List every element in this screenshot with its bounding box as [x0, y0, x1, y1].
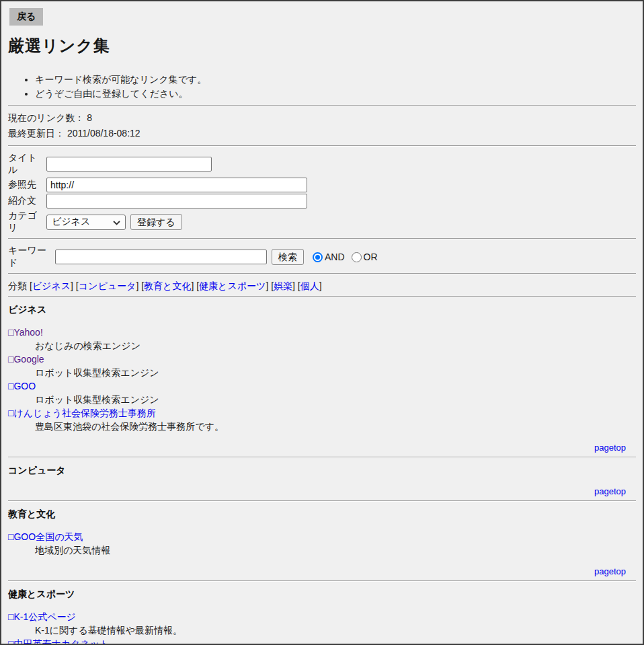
site-link[interactable]: □GOO — [8, 381, 36, 391]
pagetop-link[interactable]: pagetop — [594, 443, 626, 453]
last-updated-label: 最終更新日： — [8, 128, 65, 139]
site-link[interactable]: □けんじょう社会保険労務士事務所 — [8, 408, 156, 418]
page: 戻る 厳選リンク集 キーワード検索が可能なリンク集です。 どうぞご自由に登録して… — [0, 0, 644, 645]
site-link[interactable]: □中田英寿ナカタネット — [8, 638, 109, 645]
title-row: タイトル — [8, 152, 636, 176]
site-link[interactable]: □GOO全国の天気 — [8, 531, 83, 542]
category-select[interactable]: ビジネス — [46, 215, 126, 230]
section-title: 健康とスポーツ — [8, 589, 636, 601]
url-label: 参照先 — [8, 179, 46, 191]
divider — [8, 457, 636, 458]
link-entry: □GOO — [8, 379, 636, 393]
stats: 現在のリンク数： 8 最終更新日： 2011/08/18-08:12 — [8, 110, 636, 141]
link-count-value: 8 — [87, 112, 92, 123]
category-label: カテゴリ — [8, 210, 46, 234]
category-nav-label: 分類 — [8, 280, 27, 291]
category-nav-link[interactable]: 教育と文化 — [144, 280, 191, 291]
keyword-search: キーワード 検索 AND OR — [8, 245, 636, 269]
site-link[interactable]: □Google — [8, 354, 44, 365]
intro-bullet: どうぞご自由に登録してください。 — [35, 87, 636, 101]
sections: ビジネス□Yahoo!おなじみの検索エンジン□Googleロボット収集型検索エン… — [8, 304, 636, 645]
category-section: 教育と文化□GOO全国の天気地域別の天気情報pagetop — [8, 508, 636, 582]
url-row: 参照先 — [8, 178, 636, 192]
site-description: ロボット収集型検索エンジン — [35, 366, 636, 379]
section-title: 教育と文化 — [8, 508, 636, 521]
title-label: タイトル — [8, 152, 46, 176]
link-entry: □GOO全国の天気 — [8, 530, 636, 543]
category-row: カテゴリ ビジネス 登録する — [8, 210, 636, 234]
category-section: コンピュータpagetop — [8, 465, 636, 502]
description-label: 紹介文 — [8, 195, 46, 207]
description-input[interactable] — [46, 194, 307, 208]
divider — [8, 296, 636, 297]
divider — [8, 105, 636, 106]
link-entry: □中田英寿ナカタネット — [8, 637, 636, 645]
link-list: □Yahoo!おなじみの検索エンジン□Googleロボット収集型検索エンジン□G… — [8, 326, 636, 433]
pagetop-row: pagetop — [8, 566, 626, 576]
category-nav-link[interactable]: 娯楽 — [274, 280, 292, 291]
category-nav: 分類 [ビジネス] [コンピュータ] [教育と文化] [健康とスポーツ] [娯楽… — [8, 280, 636, 292]
link-entry: □Google — [8, 352, 636, 366]
site-description: おなじみの検索エンジン — [35, 339, 636, 352]
category-nav-link[interactable]: 健康とスポーツ — [199, 280, 266, 291]
category-nav-links: [ビジネス] [コンピュータ] [教育と文化] [健康とスポーツ] [娯楽] [… — [27, 280, 322, 291]
link-count-label: 現在のリンク数： — [8, 112, 84, 123]
site-link[interactable]: □Yahoo! — [8, 327, 43, 338]
site-description: ロボット収集型検索エンジン — [35, 393, 636, 406]
site-description: 豊島区東池袋の社会保険労務士事務所です。 — [35, 420, 636, 433]
link-list: □K-1公式ページK-1に関する基礎情報や最新情報。□中田英寿ナカタネットサッカ… — [8, 610, 636, 645]
search-button[interactable]: 検索 — [272, 249, 304, 265]
link-entry: □K-1公式ページ — [8, 610, 636, 623]
and-radio-label: AND — [325, 252, 345, 262]
chevron-down-icon — [113, 217, 120, 227]
search-mode-group: AND OR — [313, 252, 385, 262]
register-button[interactable]: 登録する — [130, 214, 182, 230]
or-radio[interactable] — [352, 252, 362, 262]
divider — [8, 500, 636, 502]
link-entry: □けんじょう社会保険労務士事務所 — [8, 406, 636, 420]
category-nav-link[interactable]: コンピュータ — [79, 280, 136, 291]
keyword-input[interactable] — [55, 250, 267, 264]
pagetop-row: pagetop — [8, 443, 626, 453]
divider — [8, 145, 636, 147]
keyword-label: キーワード — [8, 245, 55, 269]
pagetop-link[interactable]: pagetop — [594, 486, 626, 496]
description-row: 紹介文 — [8, 194, 636, 208]
last-updated-value: 2011/08/18-08:12 — [67, 128, 140, 139]
divider — [8, 580, 636, 582]
register-form: タイトル 参照先 紹介文 カテゴリ ビジネス 登録する — [8, 152, 636, 234]
divider — [8, 238, 636, 239]
section-title: コンピュータ — [8, 465, 636, 477]
url-input[interactable] — [46, 178, 307, 192]
intro-bullet: キーワード検索が可能なリンク集です。 — [35, 73, 636, 87]
category-nav-link[interactable]: 個人 — [300, 280, 319, 291]
intro-list: キーワード検索が可能なリンク集です。 どうぞご自由に登録してください。 — [8, 73, 636, 101]
or-radio-label: OR — [364, 252, 378, 262]
pagetop-row: pagetop — [8, 486, 626, 496]
divider — [8, 273, 636, 274]
back-button[interactable]: 戻る — [9, 8, 43, 26]
category-section: ビジネス□Yahoo!おなじみの検索エンジン□Googleロボット収集型検索エン… — [8, 304, 636, 458]
section-title: ビジネス — [8, 304, 636, 316]
and-radio[interactable] — [313, 252, 323, 262]
link-count-line: 現在のリンク数： 8 — [8, 110, 636, 126]
link-entry: □Yahoo! — [8, 326, 636, 339]
category-select-value: ビジネス — [52, 216, 90, 228]
category-section: 健康とスポーツ□K-1公式ページK-1に関する基礎情報や最新情報。□中田英寿ナカ… — [8, 589, 636, 645]
last-updated-line: 最終更新日： 2011/08/18-08:12 — [8, 126, 636, 141]
category-nav-link[interactable]: ビジネス — [32, 280, 71, 291]
title-input[interactable] — [46, 157, 212, 172]
page-title: 厳選リンク集 — [8, 35, 636, 56]
pagetop-link[interactable]: pagetop — [594, 566, 626, 576]
site-description: K-1に関する基礎情報や最新情報。 — [35, 623, 636, 637]
link-list: □GOO全国の天気地域別の天気情報 — [8, 530, 636, 557]
site-description: 地域別の天気情報 — [35, 543, 636, 557]
site-link[interactable]: □K-1公式ページ — [8, 611, 76, 622]
